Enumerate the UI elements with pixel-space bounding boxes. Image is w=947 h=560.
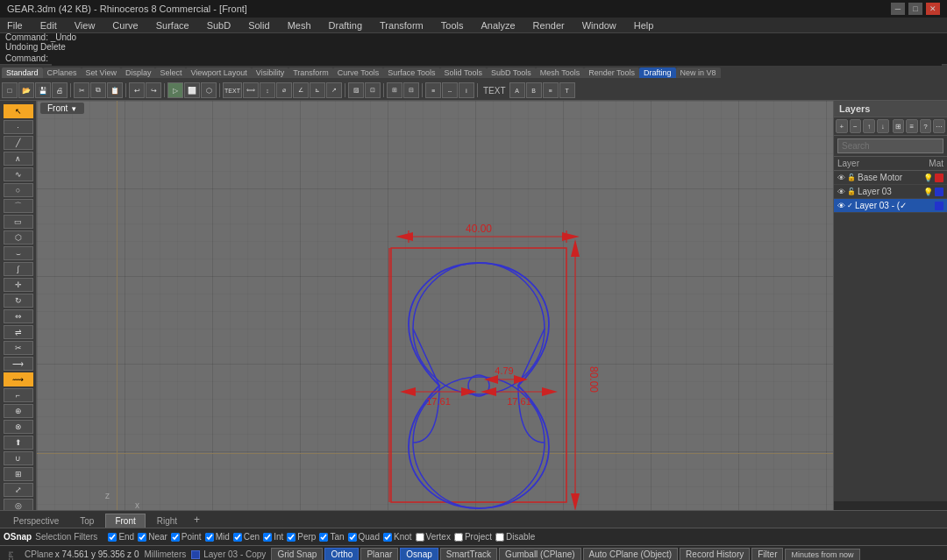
lt-analyze[interactable]: ◎: [4, 499, 33, 510]
snap-tan[interactable]: Tan: [319, 532, 344, 542]
lt-pt[interactable]: ·: [4, 120, 33, 134]
lt-join[interactable]: ⊕: [4, 404, 33, 418]
lt-extrude[interactable]: ⬆: [4, 436, 33, 450]
tb-copy[interactable]: ⧉: [90, 82, 106, 98]
lt-transform2[interactable]: ⤢: [4, 483, 33, 497]
tab-surface-tools[interactable]: Surface Tools: [383, 67, 439, 78]
tb-text[interactable]: TEXT: [223, 82, 242, 98]
snap-mid[interactable]: Mid: [205, 532, 230, 542]
menu-window[interactable]: Window: [579, 19, 620, 32]
tab-mesh-tools[interactable]: Mesh Tools: [536, 67, 584, 78]
menu-help[interactable]: Help: [630, 19, 658, 32]
tab-new-v8[interactable]: New in V8: [676, 67, 721, 78]
lt-settings[interactable]: ?: [920, 119, 932, 133]
menu-view[interactable]: View: [71, 19, 99, 32]
layer-color[interactable]: [935, 188, 943, 196]
lt-new-layer[interactable]: +: [836, 119, 848, 133]
lt-arc[interactable]: ⌒: [4, 199, 33, 213]
snap-project[interactable]: Project: [454, 532, 492, 542]
tab-standard[interactable]: Standard: [2, 67, 43, 78]
command-input[interactable]: [52, 52, 942, 66]
tab-display[interactable]: Display: [121, 67, 156, 78]
right-scrollbar[interactable]: [834, 501, 947, 510]
lt-line[interactable]: ╱: [4, 136, 33, 150]
lt-mirror[interactable]: ⇌: [4, 325, 33, 339]
tb-paste[interactable]: 📋: [107, 82, 123, 98]
lt-move-up[interactable]: ↑: [863, 119, 875, 133]
lock-icon[interactable]: ✓: [847, 202, 853, 209]
tb-layout[interactable]: ⊞: [387, 82, 402, 98]
tab-curve-tools[interactable]: Curve Tools: [333, 67, 383, 78]
vp-tab-top[interactable]: Top: [70, 514, 103, 528]
lt-extend[interactable]: ⟶: [4, 357, 33, 371]
lock-icon[interactable]: 🔓: [847, 188, 856, 195]
menu-edit[interactable]: Edit: [37, 19, 61, 32]
lt-spline[interactable]: ∫: [4, 262, 33, 276]
lt-del-layer[interactable]: −: [850, 119, 862, 133]
snap-vertex[interactable]: Vertex: [416, 532, 451, 542]
lt-rotate[interactable]: ↻: [4, 294, 33, 308]
vp-tab-right[interactable]: Right: [147, 514, 187, 528]
btn-planar[interactable]: Planar: [360, 548, 398, 560]
tb-dim2[interactable]: ↕: [260, 82, 275, 98]
tb-detail[interactable]: ⊟: [403, 82, 419, 98]
eye-icon[interactable]: 👁: [837, 174, 845, 182]
tab-setview[interactable]: Set View: [82, 67, 121, 78]
tb-hatch[interactable]: ▨: [348, 82, 364, 98]
tb-textD[interactable]: T: [559, 82, 575, 98]
btn-gumball[interactable]: Gumball (CPlane): [499, 548, 580, 560]
btn-osnap[interactable]: Osnap: [400, 548, 438, 560]
tb-cut[interactable]: ✂: [74, 82, 89, 98]
lt-arrow[interactable]: ↖: [4, 104, 33, 118]
tb-leader[interactable]: ↗: [326, 82, 342, 98]
snap-cen[interactable]: Cen: [233, 532, 260, 542]
tb-textC[interactable]: ≡: [543, 82, 559, 98]
layer-row-layer03[interactable]: 👁 🔓 Layer 03 💡: [834, 185, 947, 199]
menu-surface[interactable]: Surface: [153, 19, 193, 32]
btn-ortho[interactable]: Ortho: [324, 548, 359, 560]
tb-textB[interactable]: B: [526, 82, 542, 98]
btn-record-history[interactable]: Record History: [680, 548, 750, 560]
vp-tab-front[interactable]: Front: [105, 514, 145, 528]
menu-subd[interactable]: SubD: [203, 19, 235, 32]
tb-lasso[interactable]: ⬡: [201, 82, 217, 98]
menu-transform[interactable]: Transform: [376, 19, 427, 32]
tb-window-select[interactable]: ⬜: [184, 82, 200, 98]
tb-new[interactable]: □: [2, 82, 18, 98]
tab-drafting[interactable]: Drafting: [639, 67, 676, 78]
tb-line-weight[interactable]: ≡: [425, 82, 441, 98]
menu-solid[interactable]: Solid: [245, 19, 273, 32]
lt-boolean[interactable]: ∪: [4, 451, 33, 465]
lt-move-down[interactable]: ↓: [877, 119, 889, 133]
lt-polyline[interactable]: ∧: [4, 152, 33, 166]
close-button[interactable]: ✕: [926, 3, 940, 15]
tab-visibility[interactable]: Visibility: [252, 67, 288, 78]
tb-props[interactable]: i: [459, 82, 474, 98]
tab-solid-tools[interactable]: Solid Tools: [440, 67, 487, 78]
snap-end[interactable]: End: [108, 532, 134, 542]
menu-render[interactable]: Render: [530, 19, 568, 32]
lt-polygon[interactable]: ⬡: [4, 230, 33, 245]
menu-curve[interactable]: Curve: [109, 19, 141, 32]
btn-filter[interactable]: Filter: [751, 548, 783, 560]
tab-subd-tools[interactable]: SubD Tools: [487, 67, 536, 78]
lt-rect[interactable]: ▭: [4, 215, 33, 229]
layer-color[interactable]: [935, 174, 943, 182]
lt-cage[interactable]: ⊞: [4, 467, 33, 481]
lt-move[interactable]: ✛: [4, 278, 33, 292]
lt-fillet[interactable]: ⌐: [4, 388, 33, 402]
tb-save[interactable]: 💾: [35, 82, 51, 98]
vp-tab-perspective[interactable]: Perspective: [4, 514, 68, 528]
lt-grid-view[interactable]: ⊞: [893, 119, 905, 133]
tb-redo[interactable]: ↪: [146, 82, 161, 98]
lt-split[interactable]: ⊗: [4, 420, 33, 434]
snap-point[interactable]: Point: [171, 532, 202, 542]
minimize-button[interactable]: ─: [891, 3, 905, 15]
eye-icon[interactable]: 👁: [837, 202, 845, 210]
tb-linetype[interactable]: --: [442, 82, 458, 98]
tb-select[interactable]: ▷: [167, 82, 183, 98]
layer-row-base-motor[interactable]: 👁 🔓 Base Motor 💡: [834, 171, 947, 185]
tab-viewport-layout[interactable]: Viewport Layout: [186, 67, 251, 78]
tb-open[interactable]: 📂: [18, 82, 34, 98]
lt-scale[interactable]: ⇔: [4, 309, 33, 323]
